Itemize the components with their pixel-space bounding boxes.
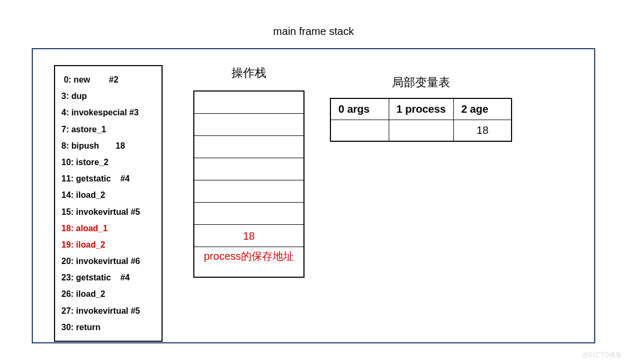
bytecode-line: 14: iload_2 [61, 187, 155, 203]
bytecode-line: 7: astore_1 [61, 121, 155, 138]
stack-cell [194, 158, 303, 180]
stack-cell [194, 92, 303, 114]
stack-cell [194, 180, 303, 203]
stack-cell [194, 114, 303, 136]
bytecode-line: 18: aload_1 [61, 220, 155, 236]
bytecode-list: 0: new #23: dup4: invokespecial #37: ast… [54, 65, 163, 342]
bytecode-line: 26: iload_2 [61, 286, 155, 302]
local-var-value: 18 [453, 120, 512, 142]
bytecode-line: 23: getstatic #4 [61, 269, 155, 286]
bytecode-line: 3: dup [61, 88, 155, 104]
bytecode-line: 27: invokevirtual #5 [61, 303, 155, 319]
bytecode-line: 19: iload_2 [61, 236, 155, 253]
local-var-value [330, 120, 389, 142]
local-vars-table: 0 args 1 process 2 age 18 [330, 98, 512, 142]
frame-container: 0: new #23: dup4: invokespecial #37: ast… [32, 48, 595, 343]
local-var-header: 2 age [453, 98, 512, 120]
local-vars-section: 局部变量表 0 args 1 process 2 age 18 [330, 75, 512, 142]
bytecode-line: 4: invokespecial #3 [61, 104, 155, 121]
bytecode-line: 20: invokevirtual #6 [61, 253, 155, 269]
bytecode-line: 11: getstatic #4 [61, 170, 155, 187]
stack-cell: process的保存地址 [194, 247, 303, 277]
stack-cell: 18 [194, 225, 303, 247]
local-vars-title: 局部变量表 [330, 75, 512, 90]
stack-cell [194, 203, 303, 225]
local-var-header: 0 args [330, 98, 389, 120]
local-vars-value-row: 18 [330, 120, 512, 142]
local-var-header: 1 process [389, 98, 453, 120]
diagram-title: main frame stack [0, 0, 627, 48]
bytecode-line: 30: return [61, 319, 155, 335]
bytecode-line: 15: invokevirtual #5 [61, 204, 155, 220]
local-var-value [389, 120, 453, 142]
bytecode-line: 10: istore_2 [61, 154, 155, 170]
bytecode-line: 0: new #2 [61, 71, 155, 88]
operand-stack-title: 操作栈 [193, 65, 304, 81]
watermark: @51CTO博客 [582, 351, 622, 360]
operand-stack-box: 18process的保存地址 [193, 90, 304, 278]
bytecode-line: 8: bipush 18 [61, 138, 155, 154]
stack-cell [194, 136, 303, 158]
local-vars-header-row: 0 args 1 process 2 age [330, 98, 512, 120]
operand-stack-section: 操作栈 18process的保存地址 [193, 65, 304, 278]
